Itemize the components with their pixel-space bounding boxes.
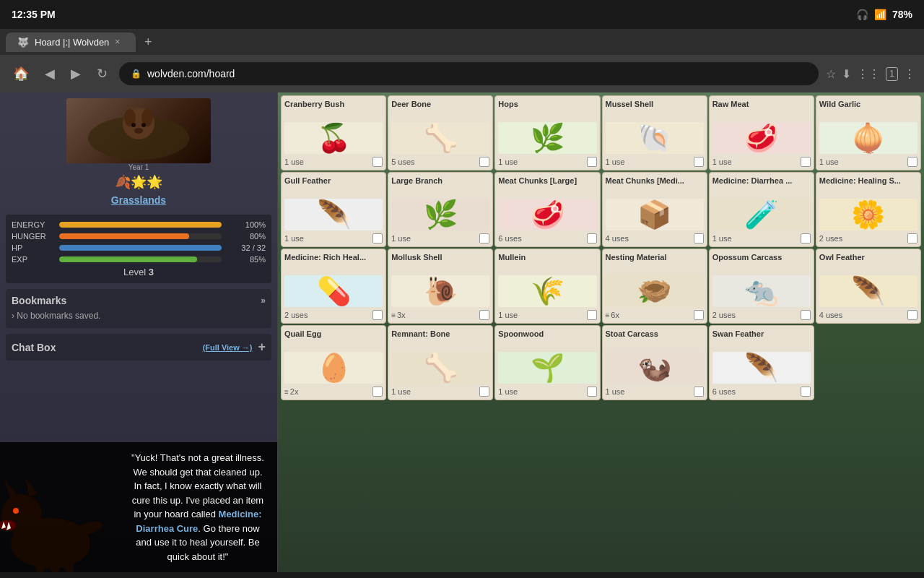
item-checkbox[interactable] (587, 157, 597, 167)
multiple-icon: ≡ (606, 311, 610, 319)
item-emoji: 🪹 (637, 275, 671, 307)
item-checkbox[interactable] (801, 157, 811, 167)
item-checkbox[interactable] (479, 387, 489, 397)
tab-favicon: 🐺 (17, 37, 29, 48)
item-card[interactable]: Stoat Carcass 🦦 1 use (602, 325, 707, 400)
item-card[interactable]: Wild Garlic 🧅 1 use (816, 95, 921, 171)
item-checkbox[interactable] (372, 233, 383, 243)
item-card[interactable]: Nesting Material 🪹 ≡ 6x (602, 249, 707, 324)
item-checkbox[interactable] (372, 157, 383, 167)
chat-section: Chat Box (Full View →) + (6, 334, 271, 361)
item-emoji: 🐀 (744, 275, 778, 307)
menu-icon[interactable]: ⋮ (904, 67, 915, 81)
item-card[interactable]: Opossum Carcass 🐀 2 uses (709, 249, 814, 324)
item-card[interactable]: Mussel Shell 🐚 1 use (602, 95, 707, 171)
item-checkbox[interactable] (372, 387, 383, 397)
item-footer: 1 use (498, 157, 596, 167)
item-checkbox[interactable] (801, 310, 811, 320)
item-checkbox[interactable] (694, 387, 704, 397)
energy-label: ENERGY (12, 220, 55, 229)
item-card[interactable]: Spoonwood 🌱 1 use (494, 325, 600, 400)
level-text: Level 3 (12, 267, 266, 277)
share-icon[interactable]: ⋮⋮ (857, 67, 880, 81)
item-card[interactable]: Cranberry Bush 🍒 1 use (281, 95, 386, 171)
uses-text: 1 use (712, 158, 732, 166)
item-uses: 2 uses (712, 311, 736, 319)
item-card[interactable]: Meat Chunks [Medi... 📦 4 uses (602, 172, 707, 247)
item-emoji: 🧅 (851, 122, 885, 154)
item-image: 🥩 (712, 122, 811, 154)
item-card[interactable]: Mollusk Shell 🐌 ≡ 3x (388, 249, 493, 324)
item-checkbox[interactable] (907, 310, 918, 320)
item-card[interactable]: Gull Feather 🪶 1 use (281, 172, 386, 247)
download-icon[interactable]: ⬇ (842, 67, 851, 81)
item-emoji: 🥩 (744, 122, 778, 154)
item-name: Spoonwood (498, 329, 596, 349)
item-card[interactable]: Hops 🌿 1 use (494, 95, 600, 171)
item-checkbox[interactable] (479, 310, 489, 320)
hunger-bar (59, 233, 222, 239)
item-checkbox[interactable] (907, 233, 918, 243)
tab-count-icon[interactable]: 1 (886, 67, 898, 81)
bookmarks-expand-icon[interactable]: » (261, 296, 266, 306)
uses-text: 4 uses (819, 311, 842, 319)
item-image: 🧪 (712, 199, 811, 230)
uses-text: 1 use (606, 387, 625, 396)
item-card[interactable]: Swan Feather 🪶 6 uses (709, 325, 814, 400)
address-bar[interactable]: 🔒 wolvden.com/hoard (119, 62, 819, 85)
tab-close-button[interactable]: × (115, 37, 120, 47)
item-card[interactable]: Large Branch 🌿 1 use (388, 172, 493, 247)
item-checkbox[interactable] (801, 387, 811, 397)
item-uses: 1 use (284, 158, 304, 166)
item-image: 🐚 (606, 122, 704, 154)
item-checkbox[interactable] (587, 310, 597, 320)
home-button[interactable]: 🏠 (9, 61, 33, 86)
item-card[interactable]: Remnant: Bone 🦴 1 use (388, 325, 493, 400)
item-card[interactable]: Medicine: Rich Heal... 💊 2 uses (281, 249, 386, 324)
item-checkbox[interactable] (907, 157, 918, 167)
item-footer: 1 use (391, 387, 489, 397)
item-emoji: 🦦 (637, 352, 671, 384)
item-checkbox[interactable] (372, 310, 383, 320)
item-emoji: 🪶 (744, 352, 778, 384)
uses-text: 6 uses (712, 387, 736, 396)
item-name: Medicine: Healing S... (819, 176, 918, 196)
item-card[interactable]: Deer Bone 🦴 5 uses (388, 95, 493, 171)
item-card[interactable]: Meat Chunks [Large] 🥩 6 uses (494, 172, 600, 247)
svg-rect-17 (51, 564, 59, 572)
item-uses: 1 use (498, 387, 518, 396)
forward-button[interactable]: ▶ (66, 61, 85, 86)
new-tab-button[interactable]: + (139, 32, 158, 53)
item-card[interactable]: Owl Feather 🪶 4 uses (816, 249, 921, 324)
item-checkbox[interactable] (479, 157, 489, 167)
item-footer: 1 use (498, 387, 596, 397)
item-emoji: 🌿 (531, 122, 565, 154)
active-tab[interactable]: 🐺 Hoard |:| Wolvden × (6, 33, 136, 52)
item-checkbox[interactable] (694, 233, 704, 243)
item-uses: 1 use (498, 158, 518, 166)
item-card[interactable]: Mullein 🌾 1 use (494, 249, 600, 324)
item-checkbox[interactable] (479, 233, 489, 243)
item-image: 🌱 (498, 352, 596, 384)
item-checkbox[interactable] (694, 157, 704, 167)
item-checkbox[interactable] (587, 387, 597, 397)
android-nav: ◀ ● ■ (0, 572, 924, 578)
reload-button[interactable]: ↻ (92, 61, 112, 86)
item-card[interactable]: Medicine: Healing S... 🌼 2 uses (816, 172, 921, 247)
item-footer: 1 use (712, 157, 811, 167)
item-image: 🪹 (606, 275, 704, 307)
item-checkbox[interactable] (694, 310, 704, 320)
chat-add-icon[interactable]: + (258, 340, 266, 355)
star-icon[interactable]: ☆ (826, 67, 836, 81)
item-checkbox[interactable] (587, 233, 597, 243)
back-button[interactable]: ◀ (40, 61, 59, 86)
item-card[interactable]: Raw Meat 🥩 1 use (709, 95, 814, 171)
item-card[interactable]: Medicine: Diarrhea ... 🧪 1 use (709, 172, 814, 247)
location-link[interactable]: Grasslands (111, 194, 166, 206)
chat-full-view-link[interactable]: (Full View →) (203, 343, 253, 352)
item-checkbox[interactable] (801, 233, 811, 243)
item-name: Meat Chunks [Large] (498, 176, 596, 196)
multiple-icon: ≡ (391, 311, 396, 319)
item-card[interactable]: Quail Egg 🥚 ≡ 2x (281, 325, 386, 400)
grid-area: Cranberry Bush 🍒 1 use Deer Bone 🦴 5 use… (278, 92, 924, 572)
